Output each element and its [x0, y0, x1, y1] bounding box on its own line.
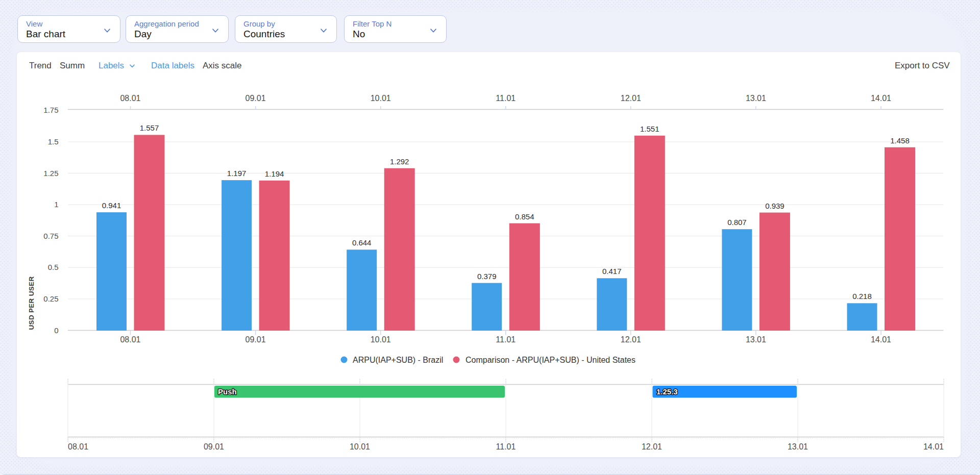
svg-text:11.01: 11.01 [496, 442, 516, 451]
svg-text:08.01: 08.01 [68, 442, 88, 451]
svg-text:10.01: 10.01 [371, 335, 391, 344]
svg-text:13.01: 13.01 [746, 335, 766, 344]
svg-text:Push: Push [218, 387, 237, 396]
svg-text:1.25: 1.25 [43, 169, 58, 178]
svg-text:11.01: 11.01 [496, 94, 516, 103]
svg-text:1.557: 1.557 [140, 123, 159, 132]
svg-text:08.01: 08.01 [120, 335, 140, 344]
svg-text:13.01: 13.01 [746, 94, 766, 103]
svg-text:0.644: 0.644 [352, 238, 372, 247]
svg-text:1.75: 1.75 [43, 106, 58, 114]
svg-text:1.551: 1.551 [640, 124, 659, 133]
svg-text:1.194: 1.194 [265, 169, 284, 178]
svg-text:1: 1 [54, 200, 58, 209]
svg-text:0.807: 0.807 [727, 218, 747, 227]
svg-text:0: 0 [54, 326, 58, 335]
svg-text:09.01: 09.01 [204, 442, 224, 451]
svg-text:12.01: 12.01 [621, 94, 641, 103]
svg-text:14.01: 14.01 [871, 94, 891, 103]
svg-text:09.01: 09.01 [246, 335, 266, 344]
svg-text:10.01: 10.01 [350, 442, 370, 451]
svg-text:09.01: 09.01 [246, 94, 266, 103]
svg-text:0.218: 0.218 [852, 292, 872, 301]
svg-text:0.5: 0.5 [48, 263, 59, 271]
svg-text:0.25: 0.25 [43, 294, 58, 303]
svg-text:12.01: 12.01 [621, 335, 641, 344]
svg-text:0.854: 0.854 [515, 212, 534, 221]
svg-text:1.197: 1.197 [227, 169, 247, 178]
svg-text:0.417: 0.417 [602, 267, 622, 276]
svg-text:10.01: 10.01 [371, 94, 391, 103]
svg-text:14.01: 14.01 [871, 335, 891, 344]
svg-text:ARPU(IAP+SUB) - Brazil: ARPU(IAP+SUB) - Brazil [353, 356, 443, 364]
svg-text:0.75: 0.75 [43, 232, 58, 240]
svg-text:1.25.3: 1.25.3 [656, 387, 678, 396]
svg-text:0.379: 0.379 [477, 272, 497, 281]
svg-text:12.01: 12.01 [642, 442, 662, 451]
svg-text:USD PER USER: USD PER USER [28, 277, 35, 330]
svg-text:11.01: 11.01 [496, 335, 516, 344]
svg-text:13.01: 13.01 [788, 442, 808, 451]
svg-text:1.5: 1.5 [48, 137, 59, 146]
svg-text:14.01: 14.01 [923, 442, 944, 451]
svg-text:0.939: 0.939 [765, 202, 785, 210]
svg-text:1.292: 1.292 [390, 157, 409, 166]
svg-text:Comparison - ARPU(IAP+SUB) - U: Comparison - ARPU(IAP+SUB) - United Stat… [465, 356, 635, 364]
svg-text:0.941: 0.941 [102, 201, 121, 210]
svg-text:1.458: 1.458 [890, 136, 910, 145]
svg-text:08.01: 08.01 [120, 94, 140, 103]
